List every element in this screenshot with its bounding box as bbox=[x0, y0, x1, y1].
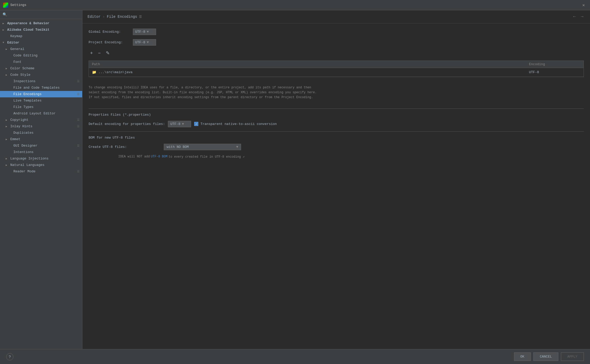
sidebar-item-intentions[interactable]: Intentions bbox=[0, 149, 82, 155]
sidebar-item-label: Copyright bbox=[10, 118, 75, 122]
sidebar-item-label: Duplicates bbox=[13, 131, 80, 135]
help-button[interactable]: ? bbox=[6, 353, 13, 360]
sidebar-item-copyright[interactable]: ▶Copyright☰ bbox=[0, 117, 82, 123]
global-encoding-label: Global Encoding: bbox=[89, 30, 130, 34]
search-input[interactable] bbox=[8, 13, 80, 16]
sidebar-item-emmet[interactable]: ▶Emmet bbox=[0, 136, 82, 142]
edit-encoding-button[interactable]: ✎ bbox=[104, 50, 111, 56]
tree-arrow-icon: ▶ bbox=[3, 22, 6, 25]
breadcrumb-part-editor: Editor bbox=[88, 15, 100, 19]
sidebar-item-gui-designer[interactable]: GUI Designer☰ bbox=[0, 142, 82, 149]
sidebar-item-label: Natural Languages bbox=[10, 163, 80, 167]
global-encoding-dropdown[interactable]: UTF-8 ▼ bbox=[133, 29, 156, 35]
transparent-conversion-checkbox[interactable]: ✓ bbox=[194, 122, 198, 126]
sidebar-item-reader-mode[interactable]: Reader Mode☰ bbox=[0, 168, 82, 175]
search-icon: 🔍 bbox=[3, 12, 7, 17]
nav-forward-button[interactable]: → bbox=[579, 14, 585, 20]
settings-icon: ☰ bbox=[77, 144, 80, 147]
settings-icon: ☰ bbox=[77, 125, 80, 128]
cancel-button[interactable]: CANCEL bbox=[533, 352, 558, 361]
tree-arrow-icon: ▶ bbox=[6, 138, 9, 141]
table-row[interactable]: 📁 ...\src\main\java UTF-8 bbox=[89, 68, 584, 77]
close-button[interactable]: ✕ bbox=[580, 2, 587, 9]
sidebar-item-label: General bbox=[10, 47, 80, 51]
tree-arrow-icon: ▶ bbox=[6, 164, 9, 167]
properties-encoding-value: UTF-8 bbox=[170, 122, 180, 126]
sidebar-item-language-injections[interactable]: ▶Language Injections☰ bbox=[0, 155, 82, 162]
table-cell-encoding: UTF-8 bbox=[529, 70, 580, 74]
breadcrumb-icon: ☰ bbox=[139, 15, 142, 19]
sidebar-item-font[interactable]: Font bbox=[0, 59, 82, 65]
content-body: Global Encoding: UTF-8 ▼ Project Encodin… bbox=[82, 23, 590, 349]
breadcrumb: Editor › File Encodings ☰ bbox=[88, 15, 142, 19]
project-encoding-caret: ▼ bbox=[147, 40, 149, 44]
sidebar-item-general[interactable]: ▶General bbox=[0, 46, 82, 52]
sidebar-item-natural-languages[interactable]: ▶Natural Languages bbox=[0, 162, 82, 168]
sidebar-item-label: Code Style bbox=[10, 73, 80, 77]
content-panel: Editor › File Encodings ☰ ← → Global Enc… bbox=[82, 10, 590, 349]
properties-section-title: Properties Files (*.properties) bbox=[89, 113, 584, 117]
bom-note: IDEA will NOT add UTF-8 BOM to every cre… bbox=[89, 154, 584, 160]
search-bar: 🔍 bbox=[0, 10, 82, 19]
ok-button[interactable]: OK bbox=[514, 352, 531, 361]
checkbox-check-icon: ✓ bbox=[195, 122, 197, 126]
sidebar-item-label: Font bbox=[13, 60, 80, 64]
bom-note-prefix: IDEA will NOT add bbox=[89, 155, 150, 158]
properties-encoding-dropdown[interactable]: UTF-8 ▼ bbox=[168, 121, 191, 127]
bom-note-suffix: to every created file in UTF-8 encoding … bbox=[168, 155, 244, 159]
global-encoding-caret: ▼ bbox=[147, 30, 149, 34]
divider-2 bbox=[89, 131, 584, 132]
settings-icon: ☰ bbox=[77, 92, 80, 96]
sidebar-item-label: Alibaba Cloud Toolkit bbox=[7, 28, 80, 32]
bom-create-dropdown[interactable]: with NO BOM ▼ bbox=[164, 144, 241, 150]
sidebar-item-android-layout[interactable]: Android Layout Editor bbox=[0, 110, 82, 117]
settings-icon: ☰ bbox=[77, 118, 80, 122]
main-container: 🔍 ▶Appearance & Behavior▶Alibaba Cloud T… bbox=[0, 10, 590, 349]
settings-icon: ☰ bbox=[77, 80, 80, 83]
sidebar-item-keymap[interactable]: Keymap bbox=[0, 33, 82, 39]
tree-arrow-icon: ▶ bbox=[6, 67, 9, 70]
sidebar-item-label: Emmet bbox=[10, 137, 80, 141]
sidebar-item-label: Inlay Hints bbox=[10, 124, 75, 128]
sidebar-item-duplicates[interactable]: Duplicates bbox=[0, 130, 82, 136]
sidebar-item-code-style[interactable]: ▶Code Style bbox=[0, 72, 82, 78]
sidebar-item-file-encodings[interactable]: File Encodings☰ bbox=[0, 91, 82, 97]
sidebar-item-label: Appearance & Behavior bbox=[7, 21, 80, 25]
sidebar-item-label: Color Scheme bbox=[10, 66, 80, 70]
tree-arrow-icon: ▶ bbox=[6, 157, 9, 160]
nav-back-button[interactable]: ← bbox=[572, 14, 577, 20]
footer: ? OK CANCEL APPLY bbox=[0, 349, 590, 364]
content-header: Editor › File Encodings ☰ ← → bbox=[82, 10, 590, 23]
sidebar-item-color-scheme[interactable]: ▶Color Scheme bbox=[0, 65, 82, 72]
title-bar: Settings ✕ bbox=[0, 0, 590, 10]
sidebar-item-label: File Types bbox=[13, 105, 80, 109]
tree-arrow-icon: ▶ bbox=[3, 28, 6, 31]
add-encoding-button[interactable]: + bbox=[89, 50, 95, 56]
project-encoding-row: Project Encoding: UTF-8 ▼ bbox=[89, 39, 584, 46]
column-header-encoding: Encoding bbox=[529, 62, 580, 66]
project-encoding-value: UTF-8 bbox=[135, 40, 145, 44]
bom-link[interactable]: UTF-8 BOM bbox=[151, 155, 168, 158]
apply-button[interactable]: APPLY bbox=[561, 352, 584, 361]
sidebar-item-editor[interactable]: ▼Editor bbox=[0, 39, 82, 46]
sidebar-item-file-types[interactable]: File Types bbox=[0, 104, 82, 110]
remove-encoding-button[interactable]: − bbox=[97, 50, 102, 56]
sidebar-item-inlay-hints[interactable]: ▶Inlay Hints☰ bbox=[0, 123, 82, 130]
transparent-conversion-container: ✓ Transparent native-to-ascii conversion bbox=[194, 122, 277, 126]
sidebar-item-alibaba[interactable]: ▶Alibaba Cloud Toolkit bbox=[0, 27, 82, 33]
sidebar-item-file-code-templates[interactable]: File and Code Templates bbox=[0, 84, 82, 91]
sidebar-item-label: Editor bbox=[7, 41, 80, 45]
settings-icon: ☰ bbox=[77, 170, 80, 173]
encoding-table: Path Encoding 📁 ...\src\main\java UTF-8 bbox=[89, 61, 584, 77]
sidebar-item-appearance[interactable]: ▶Appearance & Behavior bbox=[0, 20, 82, 27]
sidebar-item-code-editing[interactable]: Code Editing bbox=[0, 52, 82, 59]
sidebar-item-label: Code Editing bbox=[13, 54, 80, 57]
sidebar: 🔍 ▶Appearance & Behavior▶Alibaba Cloud T… bbox=[0, 10, 82, 349]
sidebar-item-live-templates[interactable]: Live Templates bbox=[0, 97, 82, 104]
breadcrumb-separator: › bbox=[102, 15, 105, 19]
tree-arrow-icon: ▶ bbox=[6, 73, 9, 77]
bom-section-title: BOM for new UTF-8 files bbox=[89, 136, 584, 140]
sidebar-item-inspections[interactable]: Inspections☰ bbox=[0, 78, 82, 84]
bom-create-value: with NO BOM bbox=[167, 145, 189, 149]
project-encoding-dropdown[interactable]: UTF-8 ▼ bbox=[133, 39, 156, 46]
